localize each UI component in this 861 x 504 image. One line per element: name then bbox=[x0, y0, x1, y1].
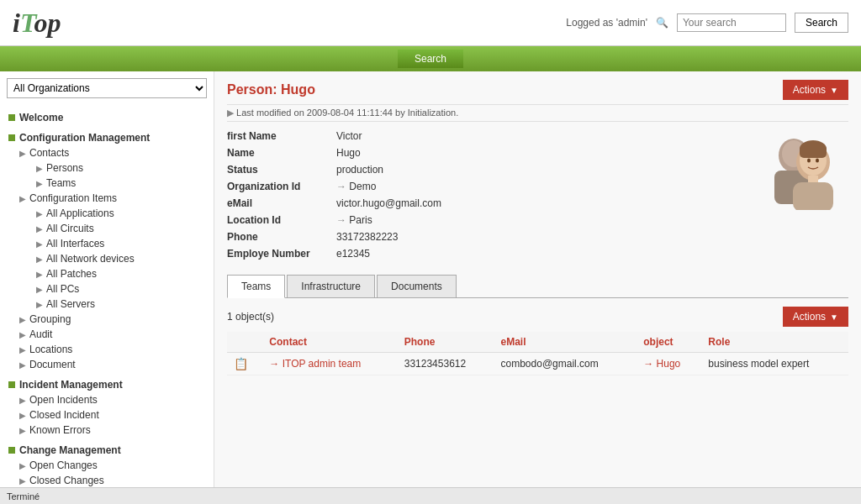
nav-teams[interactable]: ▶ Teams bbox=[29, 176, 214, 191]
svg-point-9 bbox=[807, 159, 811, 163]
nav-all-servers[interactable]: ▶All Servers bbox=[29, 297, 214, 312]
tabs: Teams Infrastructure Documents bbox=[227, 275, 848, 298]
nav-open-incidents[interactable]: ▶Open Incidents bbox=[13, 392, 214, 407]
field-name-value: Hugo bbox=[336, 147, 361, 159]
nav-closed-changes[interactable]: ▶Closed Changes bbox=[13, 473, 214, 487]
field-status-label: Status bbox=[227, 164, 336, 176]
nav-audit[interactable]: ▶Audit bbox=[13, 327, 214, 342]
row-phone-cell: 33123453612 bbox=[398, 353, 494, 375]
actions-label: Actions bbox=[793, 84, 826, 96]
teams-table: Contact Phone eMail object Role 📋 → bbox=[227, 332, 848, 375]
field-email-label: eMail bbox=[227, 197, 336, 209]
nav-persons-label: Persons bbox=[46, 162, 83, 174]
field-firstname-value: Victor bbox=[336, 130, 362, 142]
field-org-label: Organization Id bbox=[227, 181, 336, 192]
svg-point-10 bbox=[816, 159, 819, 163]
nav-config-title[interactable]: Configuration Management bbox=[0, 130, 214, 145]
field-firstname-label: first Name bbox=[227, 130, 336, 142]
col-phone: Phone bbox=[398, 332, 494, 353]
svg-rect-8 bbox=[793, 182, 833, 210]
person-header: Person: Hugo Actions ▼ bbox=[227, 80, 848, 100]
sidebar-nav: Welcome Configuration Management ▶ Conta… bbox=[0, 105, 214, 487]
table-header-row: Contact Phone eMail object Role bbox=[227, 332, 848, 353]
nav-incident-group: ▶Open Incidents ▶Closed Incident ▶Known … bbox=[0, 392, 214, 438]
nav-all-apps[interactable]: ▶All Applications bbox=[29, 206, 214, 221]
nav-contacts[interactable]: ▶ Contacts bbox=[13, 145, 214, 160]
field-org-id: Organization Id → Demo bbox=[227, 181, 735, 192]
sidebar: All Organizations Welcome Configuration … bbox=[0, 71, 214, 487]
tab-documents[interactable]: Documents bbox=[377, 275, 457, 297]
field-name-label: Name bbox=[227, 147, 336, 159]
object-count: 1 object(s) bbox=[227, 311, 274, 323]
nav-document[interactable]: ▶Document bbox=[13, 357, 214, 372]
row-item-icon: 📋 bbox=[234, 357, 248, 370]
nav-welcome-title[interactable]: Welcome bbox=[0, 110, 214, 125]
table-header: 1 object(s) Actions ▼ bbox=[227, 307, 848, 327]
field-phone: Phone 33172382223 bbox=[227, 231, 735, 243]
row-object-cell[interactable]: → Hugo bbox=[637, 353, 701, 375]
global-search-input[interactable] bbox=[677, 13, 786, 32]
nav-all-patches[interactable]: ▶All Patches bbox=[29, 266, 214, 281]
tab-infrastructure[interactable]: Infrastructure bbox=[287, 275, 375, 297]
link-arrow-location: → bbox=[336, 214, 349, 226]
nav-misc-group: ▶Grouping ▶Audit ▶Locations ▶Document bbox=[0, 312, 214, 372]
nav-change-label: Change Management bbox=[19, 444, 121, 456]
arrow-icon-ci: ▶ bbox=[19, 194, 26, 203]
nav-ci-sub: ▶All Applications ▶All Circuits ▶All Int… bbox=[13, 206, 214, 312]
field-phone-value: 33172382223 bbox=[336, 231, 398, 243]
nav-section-change: Change Management ▶Open Changes ▶Closed … bbox=[0, 443, 214, 487]
nav-section-welcome: Welcome bbox=[0, 110, 214, 125]
nav-known-errors[interactable]: ▶Known Errors bbox=[13, 423, 214, 438]
table-actions-button[interactable]: Actions ▼ bbox=[783, 307, 848, 327]
nav-contacts-group: ▶ Contacts ▶ Persons ▶ Teams bbox=[0, 145, 214, 191]
nav-locations[interactable]: ▶Locations bbox=[13, 342, 214, 357]
nav-grouping[interactable]: ▶Grouping bbox=[13, 312, 214, 327]
field-status: Status production bbox=[227, 164, 735, 176]
row-email-cell: combodo@gmail.com bbox=[494, 353, 637, 375]
nav-all-pcs[interactable]: ▶All PCs bbox=[29, 281, 214, 297]
person-avatar bbox=[747, 130, 848, 265]
main-layout: All Organizations Welcome Configuration … bbox=[0, 71, 861, 487]
global-search-button[interactable]: Search bbox=[795, 13, 848, 33]
table-caret-icon: ▼ bbox=[830, 312, 838, 322]
person-actions-button[interactable]: Actions ▼ bbox=[783, 80, 848, 100]
field-phone-label: Phone bbox=[227, 231, 336, 243]
tab-teams[interactable]: Teams bbox=[227, 275, 285, 298]
field-org-value[interactable]: → Demo bbox=[336, 181, 376, 192]
nav-dot-config bbox=[8, 134, 15, 141]
nav-all-circuits[interactable]: ▶All Circuits bbox=[29, 221, 214, 236]
nav-dot-change bbox=[8, 447, 15, 454]
nav-closed-incident[interactable]: ▶Closed Incident bbox=[13, 407, 214, 423]
table-section: 1 object(s) Actions ▼ Contact Phone eMai… bbox=[227, 307, 848, 375]
nav-all-network-devices[interactable]: ▶All Network devices bbox=[29, 251, 214, 266]
organization-select[interactable]: All Organizations bbox=[7, 78, 207, 98]
statusbar: Terminé bbox=[0, 487, 861, 504]
content-search-button[interactable]: Search bbox=[398, 50, 463, 68]
nav-teams-label: Teams bbox=[46, 177, 76, 189]
field-employee-value: e12345 bbox=[336, 248, 370, 260]
nav-incident-title[interactable]: Incident Management bbox=[0, 377, 214, 392]
nav-open-changes[interactable]: ▶Open Changes bbox=[13, 458, 214, 473]
table-row[interactable]: 📋 → ITOP admin team 33123453612 combodo@… bbox=[227, 353, 848, 375]
nav-change-title[interactable]: Change Management bbox=[0, 443, 214, 458]
nav-persons[interactable]: ▶ Persons bbox=[29, 160, 214, 176]
header-right: Logged as 'admin' 🔍 Search bbox=[566, 13, 848, 33]
nav-all-interfaces[interactable]: ▶All Interfaces bbox=[29, 236, 214, 251]
nav-dot-incident bbox=[8, 381, 15, 388]
field-email: eMail victor.hugo@gmail.com bbox=[227, 197, 735, 209]
person-fields: first Name Victor Name Hugo Status produ… bbox=[227, 130, 735, 265]
field-status-value: production bbox=[336, 164, 383, 176]
link-arrow-org: → bbox=[336, 181, 349, 192]
nav-incident-label: Incident Management bbox=[19, 379, 123, 391]
svg-rect-6 bbox=[800, 145, 827, 158]
nav-section-config: Configuration Management ▶ Contacts ▶ Pe… bbox=[0, 130, 214, 372]
nav-config-items[interactable]: ▶ Configuration Items bbox=[13, 191, 214, 206]
field-location-value[interactable]: → Paris bbox=[336, 214, 372, 226]
arrow-icon: ▶ bbox=[19, 149, 26, 158]
search-magnifier-icon: 🔍 bbox=[656, 17, 668, 29]
row-contact-cell[interactable]: → ITOP admin team bbox=[262, 353, 397, 375]
field-email-value: victor.hugo@gmail.com bbox=[336, 197, 441, 209]
row-icon-cell: 📋 bbox=[227, 353, 262, 375]
col-email: eMail bbox=[494, 332, 637, 353]
nav-dot bbox=[8, 114, 15, 121]
